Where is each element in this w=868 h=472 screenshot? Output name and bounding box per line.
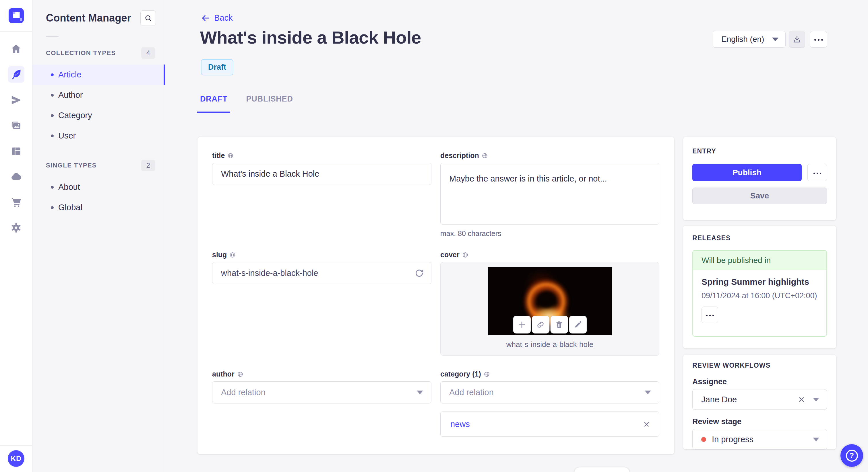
locale-select[interactable]: English (en) bbox=[713, 31, 786, 47]
remove-relation-icon[interactable] bbox=[643, 420, 650, 428]
review-stage-label: Review stage bbox=[692, 417, 827, 426]
collection-types-label: COLLECTION TYPES bbox=[46, 49, 116, 57]
more-horizontal-icon bbox=[813, 170, 822, 175]
assignee-value: Jane Doe bbox=[701, 395, 798, 404]
stage-text: In progress bbox=[712, 435, 753, 444]
regenerate-slug-icon[interactable] bbox=[414, 268, 425, 278]
locale-selected-value: English (en) bbox=[721, 35, 764, 44]
release-card: Will be published in Spring Summer highl… bbox=[692, 250, 827, 337]
nav-marketplace-button[interactable] bbox=[8, 194, 24, 210]
sidebar-item-author[interactable]: Author bbox=[32, 85, 165, 105]
sidebar-item-user[interactable]: User bbox=[32, 126, 165, 146]
sidebar-item-category[interactable]: Category bbox=[32, 105, 165, 126]
search-button[interactable] bbox=[141, 10, 156, 26]
title-input[interactable] bbox=[212, 163, 431, 185]
review-stage-combobox[interactable]: In progress bbox=[692, 429, 827, 450]
back-arrow-icon bbox=[201, 13, 210, 23]
author-field-label: author bbox=[212, 370, 235, 378]
back-link[interactable]: Back bbox=[201, 13, 232, 23]
sidebar-item-article[interactable]: Article bbox=[32, 65, 165, 85]
nav-media-library-button[interactable] bbox=[8, 117, 24, 134]
back-label: Back bbox=[214, 13, 232, 23]
cover-edit-button[interactable] bbox=[569, 316, 587, 334]
header-more-button[interactable] bbox=[810, 31, 827, 47]
logo-section bbox=[0, 0, 32, 32]
slug-input[interactable] bbox=[212, 262, 431, 284]
collection-types-count: 4 bbox=[141, 47, 155, 59]
publish-button[interactable]: Publish bbox=[692, 164, 802, 181]
help-button[interactable] bbox=[840, 444, 863, 467]
cover-copy-link-button[interactable] bbox=[532, 316, 549, 334]
globe-localized-icon bbox=[229, 252, 236, 258]
single-types-label: SINGLE TYPES bbox=[46, 162, 97, 169]
nav-settings-button[interactable] bbox=[8, 220, 24, 236]
question-mark-icon bbox=[846, 450, 858, 462]
main-content: Back What's inside a Black Hole Draft En… bbox=[166, 0, 868, 472]
description-hint: max. 80 characters bbox=[440, 229, 659, 238]
field-author: author Add relation bbox=[212, 370, 431, 454]
layout-builder-icon bbox=[10, 145, 22, 157]
strapi-logo[interactable] bbox=[9, 8, 24, 23]
category-relation-select[interactable]: Add relation bbox=[440, 381, 659, 403]
assignee-combobox[interactable]: Jane Doe bbox=[692, 389, 827, 410]
chevron-down-icon bbox=[645, 391, 651, 394]
field-description: description Maybe the answer is in this … bbox=[440, 151, 659, 235]
release-more-button[interactable] bbox=[702, 307, 718, 323]
tab-published[interactable]: PUBLISHED bbox=[243, 93, 296, 113]
globe-localized-icon bbox=[462, 252, 468, 258]
review-stage-value: In progress bbox=[701, 435, 813, 444]
version-tabs: DRAFT PUBLISHED bbox=[197, 93, 296, 113]
nav-cloud-button[interactable] bbox=[8, 168, 24, 185]
globe-localized-icon bbox=[227, 153, 234, 159]
nav-home-button[interactable] bbox=[8, 41, 24, 57]
globe-localized-icon bbox=[484, 371, 490, 377]
author-relation-select[interactable]: Add relation bbox=[212, 381, 431, 403]
release-status: Will be published in bbox=[693, 250, 826, 270]
review-panel-title: REVIEW WORKFLOWS bbox=[692, 362, 827, 369]
relation-news-link[interactable]: news bbox=[451, 419, 470, 429]
field-cover: cover bbox=[440, 250, 659, 354]
send-icon bbox=[10, 94, 22, 106]
globe-localized-icon bbox=[237, 371, 243, 377]
category-relation-item-news: news bbox=[440, 411, 659, 437]
feather-content-icon bbox=[10, 69, 22, 80]
collection-types-section: COLLECTION TYPES 4 Article Author Catego… bbox=[32, 47, 165, 146]
add-icon bbox=[518, 320, 526, 329]
sidebar-item-global[interactable]: Global bbox=[32, 197, 165, 217]
strapi-content-manager-app: KD Content Manager COLLECTION TYPES 4 Ar… bbox=[0, 0, 868, 472]
cover-image-black-hole bbox=[488, 267, 612, 335]
content-manager-subnav: Content Manager COLLECTION TYPES 4 Artic… bbox=[32, 0, 165, 472]
nav-deploy-button[interactable] bbox=[8, 92, 24, 108]
subnav-title: Content Manager bbox=[46, 12, 131, 24]
cover-delete-button[interactable] bbox=[550, 316, 568, 334]
more-horizontal-icon bbox=[813, 37, 824, 42]
field-slug: slug bbox=[212, 250, 431, 354]
more-horizontal-icon bbox=[705, 312, 715, 317]
nav-content-type-builder-button[interactable] bbox=[8, 143, 24, 159]
globe-localized-icon bbox=[482, 153, 488, 159]
release-name[interactable]: Spring Summer highlights bbox=[702, 277, 818, 287]
main-nav-rail: KD bbox=[0, 0, 32, 472]
page-title: What's inside a Black Hole bbox=[200, 27, 421, 47]
clear-assignee-icon[interactable] bbox=[798, 396, 805, 403]
slug-field-label: slug bbox=[212, 250, 227, 259]
cloud-icon bbox=[10, 171, 22, 183]
user-avatar[interactable]: KD bbox=[8, 450, 24, 467]
export-download-button[interactable] bbox=[789, 31, 805, 47]
category-relation-placeholder: Add relation bbox=[449, 388, 494, 397]
title-field-label: title bbox=[212, 151, 225, 160]
description-textarea[interactable]: Maybe the answer is in this article, or … bbox=[440, 163, 659, 225]
field-category: category (1) Add relation news bbox=[440, 370, 659, 454]
nav-content-manager-button[interactable] bbox=[8, 66, 24, 82]
entry-more-button[interactable] bbox=[807, 164, 827, 181]
entry-panel: ENTRY Publish Save bbox=[683, 137, 836, 220]
scroll-peek-card bbox=[575, 467, 629, 472]
link-icon bbox=[536, 320, 545, 329]
assignee-label: Assignee bbox=[692, 377, 827, 386]
save-button[interactable]: Save bbox=[692, 188, 827, 204]
tab-draft[interactable]: DRAFT bbox=[197, 93, 230, 113]
cover-field-label: cover bbox=[440, 250, 460, 259]
sidebar-item-about[interactable]: About bbox=[32, 177, 165, 197]
subnav-divider bbox=[46, 36, 59, 37]
cover-add-button[interactable] bbox=[513, 316, 531, 334]
